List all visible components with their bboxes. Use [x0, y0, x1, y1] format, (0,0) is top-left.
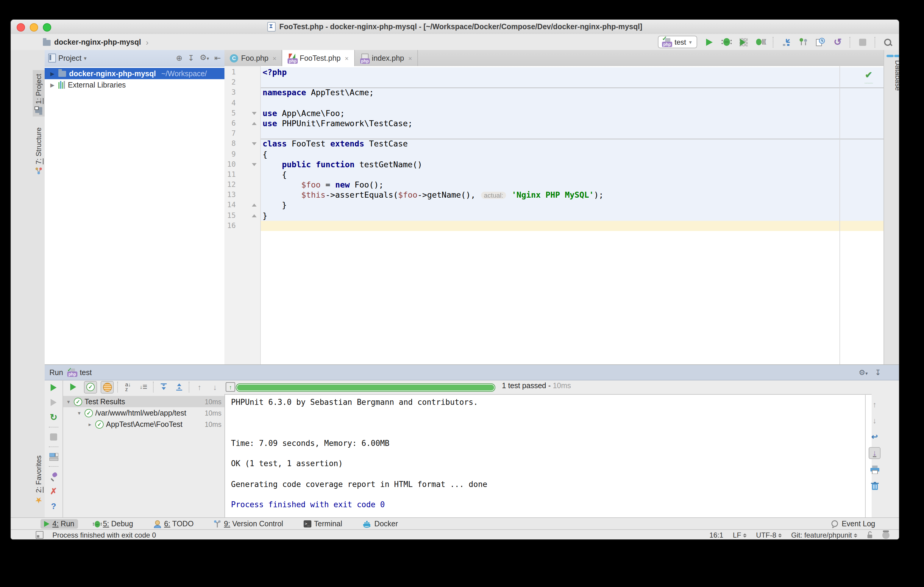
test-tree-row-1[interactable]: ▾✓/var/www/html/web/app/test10ms: [63, 407, 224, 419]
panel-settings-button[interactable]: ⚙▾: [200, 54, 209, 63]
code-line-14[interactable]: 14 }: [224, 200, 883, 211]
pin-tab-button[interactable]: [48, 471, 59, 481]
test-tree-row-0[interactable]: ▾✓Test Results10ms: [63, 396, 224, 407]
print-button[interactable]: [869, 464, 880, 475]
sort-alphabetically-button[interactable]: a↓z: [122, 381, 134, 392]
tree-row-project-root[interactable]: ▶ docker-nginx-php-mysql ~/Workspace/: [45, 68, 224, 79]
git-branch-widget[interactable]: Git: feature/phpunit: [791, 531, 857, 539]
hide-panel-button[interactable]: ⇤: [214, 54, 221, 62]
test-tree-row-2[interactable]: ▸✓AppTest\Acme\FooTest10ms: [63, 419, 224, 430]
code-line-10[interactable]: 10 public function testGetName(): [224, 159, 883, 169]
close-icon[interactable]: ×: [408, 54, 412, 62]
tab-index-php[interactable]: php index.php ×: [355, 50, 418, 66]
rollback-button[interactable]: ↺: [832, 36, 843, 47]
stop-button[interactable]: [857, 36, 868, 47]
help-button[interactable]: ?: [48, 501, 59, 511]
fold-marker-icon[interactable]: [252, 214, 257, 217]
code-line-6[interactable]: 6use PHPUnit\Framework\TestCase;: [224, 119, 883, 129]
toolwindow-button-run[interactable]: 4: Run: [41, 519, 78, 529]
write-access-lock-icon[interactable]: [867, 531, 873, 539]
toolwindow-switcher-icon[interactable]: [36, 531, 43, 539]
gutter[interactable]: [236, 108, 261, 119]
run-configuration-select[interactable]: ✓ php test ▾: [658, 36, 697, 48]
panel-settings-button[interactable]: ⚙▾: [859, 368, 868, 377]
attach-debugger-button[interactable]: (((: [756, 36, 766, 47]
code-line-5[interactable]: 5use App\Acme\Foo;: [224, 108, 883, 119]
gutter[interactable]: [236, 129, 261, 139]
code-line-7[interactable]: 7: [224, 129, 883, 139]
scroll-up-button[interactable]: ↑: [869, 399, 880, 410]
gutter[interactable]: [236, 88, 261, 98]
gutter[interactable]: [236, 98, 261, 108]
code-line-4[interactable]: 4: [224, 98, 883, 108]
update-project-button[interactable]: [780, 36, 791, 47]
gutter[interactable]: [236, 190, 261, 200]
code-line-3[interactable]: 3namespace AppTest\Acme;: [224, 88, 883, 98]
expand-all-button[interactable]: [158, 381, 170, 392]
toolwindow-button-docker[interactable]: Docker: [359, 519, 402, 529]
sidebar-item-project[interactable]: 1: Project: [33, 70, 45, 116]
rerun-button[interactable]: [48, 382, 59, 393]
sidebar-item-database[interactable]: Database: [886, 55, 899, 91]
run-button[interactable]: [704, 36, 714, 47]
gutter[interactable]: [236, 200, 261, 211]
commit-changes-button[interactable]: [798, 36, 808, 47]
fold-marker-icon[interactable]: [252, 112, 257, 115]
local-history-button[interactable]: [815, 36, 826, 47]
toolwindow-button-terminal[interactable]: >_ Terminal: [300, 519, 346, 529]
gutter[interactable]: [236, 139, 261, 149]
gutter[interactable]: [236, 149, 261, 159]
toolwindow-button-version-control[interactable]: 9: Version Control: [210, 519, 287, 529]
gutter[interactable]: [236, 77, 261, 87]
toggle-auto-test-button[interactable]: ↻: [48, 412, 59, 423]
stop-button[interactable]: [48, 432, 59, 442]
collapse-all-button[interactable]: ↧: [188, 54, 195, 62]
close-panel-button[interactable]: ✗: [48, 486, 59, 496]
close-icon[interactable]: ×: [273, 54, 277, 62]
line-ending-widget[interactable]: LF: [733, 531, 747, 539]
fold-marker-icon[interactable]: [252, 122, 257, 125]
rerun-failed-tests-button[interactable]: [48, 397, 59, 408]
gutter[interactable]: [236, 170, 261, 180]
expand-arrow-icon[interactable]: ▶: [50, 82, 55, 88]
toolwindow-button-debug[interactable]: 5: Debug: [91, 519, 137, 529]
expand-arrow-icon[interactable]: ▾: [76, 410, 82, 416]
run-console[interactable]: PHPUnit 6.3.0 by Sebastian Bergmann and …: [224, 394, 871, 518]
expand-arrow-icon[interactable]: ▾: [66, 399, 71, 404]
breadcrumb-project[interactable]: docker-nginx-php-mysql: [54, 38, 141, 46]
run-tests-button[interactable]: [67, 381, 79, 392]
collapse-all-button[interactable]: [173, 381, 185, 392]
highlighting-level-icon[interactable]: [882, 531, 889, 539]
fold-marker-icon[interactable]: [252, 163, 257, 166]
caret-position-widget[interactable]: 16:1: [710, 531, 723, 539]
expand-arrow-icon[interactable]: ▶: [50, 71, 55, 76]
run-with-coverage-button[interactable]: [738, 36, 749, 47]
show-passed-toggle[interactable]: ✓: [84, 381, 97, 393]
hide-panel-button[interactable]: ↧: [875, 368, 881, 377]
scroll-to-end-button[interactable]: ↓: [869, 447, 881, 459]
code-line-16[interactable]: 16: [224, 221, 883, 231]
clear-all-button[interactable]: [869, 480, 880, 491]
soft-wrap-button[interactable]: ↩: [869, 431, 880, 442]
next-occurrence-button[interactable]: ↓: [209, 381, 221, 392]
tab-foo-php[interactable]: C Foo.php ×: [224, 50, 282, 66]
previous-occurrence-button[interactable]: ↑: [193, 381, 205, 392]
code-line-12[interactable]: 12 $foo = new Foo();: [224, 180, 883, 190]
scroll-down-button[interactable]: ↓: [869, 415, 880, 425]
search-everywhere-button[interactable]: [882, 36, 893, 47]
gutter[interactable]: [236, 67, 261, 77]
encoding-widget[interactable]: UTF-8: [756, 531, 782, 539]
project-view-selector[interactable]: Project ▾: [48, 54, 87, 63]
debug-button[interactable]: [721, 36, 732, 47]
breadcrumb[interactable]: docker-nginx-php-mysql ›: [43, 34, 148, 50]
code-line-11[interactable]: 11 {: [224, 170, 883, 180]
close-icon[interactable]: ×: [345, 54, 348, 62]
code-line-2[interactable]: 2: [224, 77, 883, 87]
sidebar-item-structure[interactable]: 7: Structure: [33, 124, 45, 178]
code-line-9[interactable]: 9{: [224, 149, 883, 159]
gutter[interactable]: [236, 119, 261, 129]
gutter[interactable]: [236, 221, 261, 231]
restore-layout-button[interactable]: [48, 451, 59, 462]
code-line-15[interactable]: 15}: [224, 211, 883, 221]
gutter[interactable]: [236, 211, 261, 221]
